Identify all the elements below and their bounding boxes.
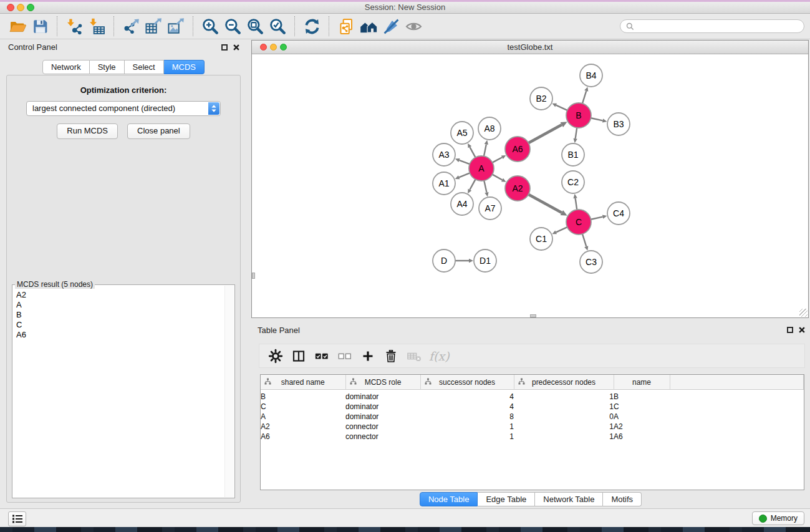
network-window-titlebar[interactable]: testGlobe.txt — [252, 41, 808, 54]
graph-node-A2[interactable]: A2 — [505, 176, 530, 201]
graph-node-D[interactable]: D — [433, 249, 455, 272]
graph-node-A1[interactable]: A1 — [433, 172, 455, 195]
graph-node-A3[interactable]: A3 — [433, 143, 455, 166]
graph-node-D1[interactable]: D1 — [474, 249, 496, 272]
graph-node-C2[interactable]: C2 — [562, 171, 584, 193]
graph-node-B[interactable]: B — [566, 103, 591, 128]
table-cell[interactable]: dominator — [345, 390, 420, 402]
table-cell[interactable]: A2 — [261, 422, 345, 432]
show-hide-panel-button[interactable] — [402, 16, 425, 36]
minimize-window-button[interactable] — [17, 4, 24, 11]
graph-node-A7[interactable]: A7 — [479, 197, 501, 220]
table-cell[interactable]: 1 — [514, 432, 614, 442]
deselect-all-button[interactable] — [333, 347, 356, 365]
column-header-MCDS-role[interactable]: MCDS role — [345, 375, 420, 390]
table-cell[interactable]: 1 — [420, 422, 514, 432]
graph-node-C[interactable]: C — [566, 210, 591, 235]
result-list-scrollbar[interactable] — [224, 286, 234, 497]
network-zoom-button[interactable] — [280, 44, 287, 51]
table-row[interactable]: Cdominator41C — [261, 402, 804, 412]
result-list-item[interactable]: C — [13, 320, 224, 330]
float-panel-icon[interactable] — [787, 327, 793, 333]
table-cell[interactable]: 0 — [514, 412, 614, 422]
zoom-in-button[interactable] — [199, 16, 221, 36]
import-table-button[interactable] — [85, 16, 108, 36]
result-list-item[interactable]: A — [13, 300, 224, 310]
run-mcds-button[interactable]: Run MCDS — [57, 123, 118, 139]
table-row[interactable]: Adominator80A — [261, 412, 804, 422]
resize-grip[interactable] — [799, 309, 808, 317]
network-canvas[interactable]: AA1A2A3A4A5A6A7A8BB1B2B3B4CC1C2C3C4DD1 — [252, 54, 808, 317]
tab-select[interactable]: Select — [125, 60, 164, 74]
node-table[interactable]: shared nameMCDS rolesuccessor nodesprede… — [260, 374, 804, 490]
close-panel-button[interactable]: Close panel — [127, 123, 190, 139]
refresh-button[interactable] — [301, 16, 323, 36]
search-field[interactable] — [620, 19, 804, 33]
table-cell[interactable]: 1 — [514, 390, 614, 402]
graph-node-C1[interactable]: C1 — [530, 228, 552, 250]
float-panel-icon[interactable] — [221, 44, 228, 51]
column-header-shared-name[interactable]: shared name — [261, 375, 345, 390]
table-cell[interactable]: dominator — [345, 402, 420, 412]
function-builder-button[interactable]: f(x) — [429, 349, 450, 363]
result-list-item[interactable]: A6 — [13, 330, 224, 340]
graph-node-B3[interactable]: B3 — [607, 113, 630, 135]
table-cell[interactable]: connector — [345, 432, 420, 442]
import-network-button[interactable] — [63, 16, 85, 36]
show-columns-button[interactable] — [287, 347, 310, 365]
export-network-button[interactable] — [120, 16, 142, 36]
network-close-button[interactable] — [260, 44, 267, 51]
graph-node-A4[interactable]: A4 — [451, 193, 473, 215]
tab-network[interactable]: Network — [42, 60, 90, 74]
column-header-name[interactable]: name — [614, 375, 670, 390]
table-cell[interactable]: 4 — [420, 390, 514, 402]
table-cell[interactable]: B — [261, 390, 345, 402]
close-panel-icon[interactable] — [233, 44, 239, 51]
mcds-result-list[interactable]: A2ABCA6 — [13, 290, 224, 497]
open-session-button[interactable] — [6, 16, 29, 36]
vertical-scroll-thumb[interactable] — [252, 273, 255, 279]
table-row[interactable]: Bdominator41B — [261, 390, 804, 402]
horizontal-scroll-thumb[interactable] — [530, 314, 536, 317]
criterion-select[interactable]: largest connected component (directed) — [26, 101, 221, 116]
table-cell[interactable]: C — [614, 402, 670, 412]
graph-node-B4[interactable]: B4 — [580, 64, 602, 87]
settings-gear-button[interactable] — [264, 347, 287, 365]
table-cell[interactable]: A2 — [614, 422, 670, 432]
table-cell[interactable]: connector — [345, 422, 420, 432]
table-cell[interactable]: 1 — [514, 402, 614, 412]
save-session-button[interactable] — [29, 16, 51, 36]
column-header-successor-nodes[interactable]: successor nodes — [420, 375, 514, 390]
tab-edge-table[interactable]: Edge Table — [478, 492, 535, 506]
clone-network-button[interactable] — [335, 16, 357, 36]
table-cell[interactable]: 1 — [420, 432, 514, 442]
export-image-button[interactable] — [165, 16, 187, 36]
zoom-selected-button[interactable] — [266, 16, 289, 36]
table-cell[interactable]: A6 — [261, 432, 345, 442]
column-header-predecessor-nodes[interactable]: predecessor nodes — [514, 375, 614, 390]
graph-node-A[interactable]: A — [469, 156, 494, 181]
graph-node-B2[interactable]: B2 — [530, 87, 552, 110]
graph-node-B1[interactable]: B1 — [562, 143, 584, 166]
tab-node-table[interactable]: Node Table — [420, 492, 478, 506]
tab-style[interactable]: Style — [90, 60, 125, 74]
delete-table-button[interactable] — [402, 347, 425, 365]
close-panel-icon[interactable] — [799, 327, 805, 333]
zoom-window-button[interactable] — [27, 4, 34, 11]
export-table-button[interactable] — [142, 16, 165, 36]
task-history-button[interactable] — [8, 511, 26, 526]
table-cell[interactable]: dominator — [345, 412, 420, 422]
table-cell[interactable]: 4 — [420, 402, 514, 412]
graph-node-C4[interactable]: C4 — [607, 202, 630, 225]
table-row[interactable]: A6connector11A6 — [261, 432, 804, 442]
table-row[interactable]: A2connector11A2 — [261, 422, 804, 432]
result-list-item[interactable]: B — [13, 310, 224, 320]
select-all-button[interactable] — [310, 347, 333, 365]
tab-mcds[interactable]: MCDS — [164, 60, 205, 74]
table-cell[interactable]: 8 — [420, 412, 514, 422]
add-column-button[interactable] — [356, 347, 379, 365]
hide-labels-button[interactable] — [380, 16, 402, 36]
graph-node-A8[interactable]: A8 — [478, 117, 501, 140]
tab-motifs[interactable]: Motifs — [603, 492, 642, 506]
memory-button[interactable]: Memory — [752, 511, 804, 525]
